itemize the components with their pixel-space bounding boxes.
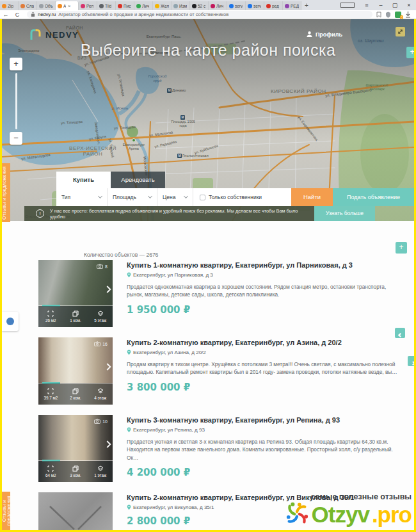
listing-stats: 39.7 м2 2 ком. 4 этаж <box>38 383 113 405</box>
shield-icon[interactable] <box>385 12 391 18</box>
popup-window-icon[interactable] <box>340 3 355 8</box>
url-host: nedvy.ru <box>38 12 56 17</box>
map-canvas[interactable]: РАЙОН Электродепо ВИЗ Уральская Екатерин… <box>2 19 414 221</box>
browser-tab[interactable]: 52 с <box>190 1 209 10</box>
extension-icon[interactable]: 0 <box>395 12 401 18</box>
checkbox-icon[interactable] <box>200 195 205 200</box>
price-dropdown[interactable]: Цена <box>157 188 193 206</box>
find-button[interactable]: Найти <box>291 188 333 206</box>
banner-text: У нас все просто: бесплатная подача объя… <box>50 208 314 220</box>
bookmark-icon[interactable] <box>376 12 381 18</box>
browser-tab-active[interactable]: А× <box>56 1 79 10</box>
next-photo-arrow[interactable] <box>104 286 111 293</box>
results-count: Количество объектов — 2676 <box>84 252 158 258</box>
fullscreen-button[interactable] <box>396 27 405 36</box>
tab-title: Лич <box>216 4 223 8</box>
listing-title[interactable]: Купить 1-комнатную квартиру, Екатеринбур… <box>127 261 399 269</box>
vk-share-icon[interactable] <box>6 318 14 325</box>
map-label: Шарташский лесопарк <box>360 83 394 91</box>
zoom-in-button[interactable]: + <box>10 58 22 70</box>
browser-tab[interactable]: Объ <box>37 1 56 10</box>
stat-area: 26 м2 <box>38 306 63 327</box>
nedvy-logo-icon <box>29 28 42 41</box>
zoom-slider[interactable] <box>15 73 17 129</box>
scroll-right-button[interactable] <box>408 356 416 366</box>
address-bar[interactable]: nedvy.ru Агрегатор объявлений о продаже … <box>27 11 372 18</box>
feedback-tab[interactable]: Отзывы и предложения <box>2 163 10 222</box>
chevron-down-icon <box>98 194 102 198</box>
tab-favicon-icon <box>99 4 104 8</box>
listing-photo[interactable]: 8 26 м2 1 ком. 5 этаж <box>38 260 113 327</box>
browser-tab[interactable]: Лич <box>209 1 227 10</box>
tab-title: Пис <box>124 4 131 8</box>
tab-favicon-icon <box>155 4 159 8</box>
listing-stats: 64 м2 3 ком. 1 этаж <box>38 461 113 482</box>
tab-title: Лич <box>142 4 149 8</box>
browser-tab[interactable]: Zip <box>0 1 19 10</box>
map-label: МГеологическая <box>177 154 209 158</box>
download-icon[interactable] <box>405 12 411 18</box>
listing-location: Екатеринбург, ул Репина, д 93 <box>127 427 399 433</box>
browser-tab[interactable]: Лич <box>134 1 153 10</box>
add-button[interactable]: + <box>396 242 407 254</box>
browser-tab[interactable]: Жел <box>153 1 172 10</box>
area-icon <box>47 465 54 472</box>
next-photo-arrow[interactable] <box>104 440 111 447</box>
listing-card[interactable]: 10 64 м2 3 ком. 1 этаж Купить 3-комнатну… <box>38 415 402 482</box>
browser-tab[interactable]: Tild <box>97 1 116 10</box>
browser-tab[interactable]: serv <box>246 1 264 10</box>
next-photo-arrow[interactable] <box>104 363 111 370</box>
minimize-button[interactable]: – <box>374 0 388 10</box>
scroll-left-button[interactable] <box>395 328 405 338</box>
tab-favicon-icon <box>136 4 141 8</box>
listing-photo-placeholder[interactable] <box>38 492 113 532</box>
listing-photo[interactable]: 16 39.7 м2 2 ком. 4 этаж <box>38 337 113 405</box>
profile-label: Профиль <box>316 31 342 38</box>
refresh-button[interactable]: C <box>12 12 23 18</box>
listing-card[interactable]: 16 39.7 м2 2 ком. 4 этаж Купить 2-комнат… <box>38 337 402 405</box>
stat-area: 64 м2 <box>38 461 63 482</box>
map-zoom-control: + − <box>10 58 22 145</box>
tab-buy[interactable]: Купить <box>56 172 111 188</box>
tab-title: Объ <box>45 4 53 8</box>
browser-tab[interactable]: Изм <box>172 1 190 10</box>
camera-icon <box>97 264 103 269</box>
back-button[interactable]: ← <box>0 12 12 18</box>
photo-count: 8 <box>97 264 108 269</box>
camera-icon <box>94 341 100 346</box>
listing-price: 4 200 000 ₽ <box>127 467 399 478</box>
learn-more-button[interactable]: Узнать больше <box>314 206 375 221</box>
maximize-button[interactable]: ▢ <box>388 0 402 10</box>
browser-tab[interactable]: serv <box>227 1 246 10</box>
zoom-out-button[interactable]: − <box>10 132 22 145</box>
listing-title[interactable]: Купить 3-комнатную квартиру, Екатеринбур… <box>127 416 399 424</box>
browser-menu-icon[interactable]: ≡ <box>360 0 374 10</box>
rooms-icon <box>72 388 79 394</box>
tab-close-icon[interactable]: × <box>68 4 70 8</box>
tab-rent[interactable]: Арендовать <box>111 172 165 188</box>
listing-title[interactable]: Купить 2-комнатную квартиру, Екатеринбур… <box>127 339 399 346</box>
browser-tab[interactable]: Реп <box>79 1 97 10</box>
tab-title: РЕД <box>291 4 299 8</box>
listing-photo[interactable]: 10 64 м2 3 ком. 1 этаж <box>38 415 113 482</box>
close-button[interactable]: × <box>402 0 416 10</box>
map-label: КИРОВСКИЙ РАЙОН <box>271 88 326 94</box>
browser-tab[interactable]: РЕД <box>283 1 301 10</box>
submit-ad-button[interactable]: Подать объявление <box>333 188 414 206</box>
page-frame: РАЙОН Электродепо ВИЗ Уральская Екатерин… <box>0 19 416 532</box>
type-dropdown[interactable]: Тип <box>56 188 108 206</box>
area-icon <box>47 388 54 394</box>
listing-card[interactable]: 8 26 м2 1 ком. 5 этаж Купить 1-комнатную… <box>38 260 402 327</box>
new-tab-button[interactable]: + <box>301 1 312 10</box>
feedback-tab[interactable]: Отзывы и предложения <box>2 492 10 530</box>
browser-tab[interactable]: Пис <box>116 1 134 10</box>
site-logo[interactable]: NEDVY <box>29 28 79 41</box>
share-widget[interactable] <box>2 312 19 331</box>
owners-only-checkbox[interactable]: Только собственники <box>193 188 291 206</box>
browser-tab[interactable]: Сла <box>19 1 37 10</box>
profile-button[interactable]: Профиль <box>306 31 342 38</box>
extension-badge: 0 <box>400 15 403 19</box>
area-dropdown[interactable]: Площадь <box>108 188 157 206</box>
map-add-button[interactable]: + <box>406 47 414 58</box>
browser-tab[interactable]: ред <box>264 1 283 10</box>
